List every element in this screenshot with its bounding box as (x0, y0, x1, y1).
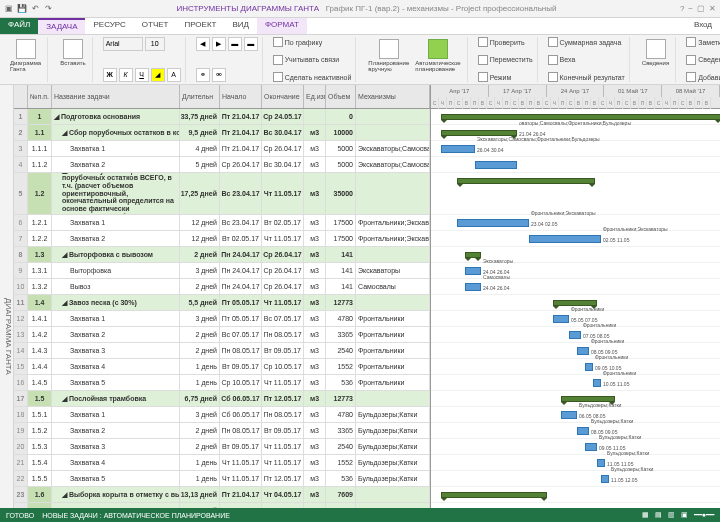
gantt-row[interactable]: Самосвалы24.04 26.04 (431, 279, 720, 295)
gantt-bar[interactable] (597, 459, 605, 467)
col-vol[interactable]: Объем (326, 85, 356, 108)
min-icon[interactable]: − (688, 4, 693, 13)
on-track-button[interactable]: По графику (273, 37, 352, 47)
gantt-view-button[interactable]: Диаграмма Ганта (8, 37, 43, 74)
respect-links-button[interactable]: Учитывать связи (273, 55, 352, 65)
table-row[interactable]: 91.3.1Выторфовка3 днейПн 24.04.17Ср 26.0… (14, 263, 430, 279)
table-row[interactable]: 101.3.2Вывоз2 днейПн 24.04.17Ср 26.04.17… (14, 279, 430, 295)
gantt-row[interactable]: Фронтальники08.05 09.05 (431, 343, 720, 359)
tab-report[interactable]: ОТЧЕТ (134, 18, 177, 34)
gantt-row[interactable] (431, 247, 720, 263)
table-row[interactable]: 161.4.5Захватка 51 деньСр 10.05.17Чт 11.… (14, 375, 430, 391)
view-side-tab[interactable]: ДИАГРАММА ГАНТА (0, 85, 14, 508)
gantt-bar[interactable] (577, 427, 589, 435)
table-row[interactable]: 61.2.1Захватка 112 днейВс 23.04.17Вт 02.… (14, 215, 430, 231)
gantt-bar[interactable] (601, 475, 609, 483)
inactivate-button[interactable]: Сделать неактивной (273, 72, 352, 82)
gantt-bar[interactable] (593, 379, 601, 387)
col-name[interactable]: Название задачи (52, 85, 180, 108)
gantt-bar[interactable] (585, 363, 593, 371)
table-row[interactable]: 41.1.2Захватка 25 днейСр 26.04.17Вс 30.0… (14, 157, 430, 173)
inspect-button[interactable]: Проверить (478, 37, 533, 47)
grid-body[interactable]: 11◢ Подготовка основания33,75 днейПт 21.… (14, 109, 430, 508)
unlink-button[interactable]: ⚮ (212, 68, 226, 82)
help-icon[interactable]: ? (680, 4, 684, 13)
undo-icon[interactable]: ↶ (30, 4, 40, 14)
font-name[interactable]: Arial (103, 37, 143, 51)
table-row[interactable]: 181.5.1Захватка 13 днейСб 06.05.17Пн 08.… (14, 407, 430, 423)
gantt-bar[interactable] (585, 443, 597, 451)
tab-project[interactable]: ПРОЕКТ (176, 18, 224, 34)
col-wbs[interactable]: №п.п. (28, 85, 52, 108)
table-row[interactable]: 141.4.3Захватка 32 днейПн 08.05.17Вт 09.… (14, 343, 430, 359)
table-row[interactable]: 31.1.1Захватка 14 днейПт 21.04.17Ср 26.0… (14, 141, 430, 157)
gantt-row[interactable]: Бульдозеры;Катки11.05 11.05 (431, 455, 720, 471)
gantt-row[interactable]: Фронтальники09.05 10.05 (431, 359, 720, 375)
table-row[interactable]: 231.6◢ Выборка корыта в отметку с вывозо… (14, 487, 430, 503)
view-shortcut-icon[interactable]: ▤ (655, 511, 662, 519)
table-row[interactable]: 191.5.2Захватка 22 днейПн 08.05.17Вт 09.… (14, 423, 430, 439)
view-shortcut-icon[interactable]: ▦ (642, 511, 649, 519)
link-button[interactable]: ⚭ (196, 68, 210, 82)
summary-task-button[interactable]: Суммарная задача (548, 37, 625, 47)
manual-schedule-button[interactable]: Планирование вручную (366, 37, 411, 74)
gantt-bar[interactable] (441, 492, 547, 498)
table-row[interactable]: 81.3◢ Выторфовка с вывозом2 днейПн 24.04… (14, 247, 430, 263)
table-row[interactable]: 11◢ Подготовка основания33,75 днейПт 21.… (14, 109, 430, 125)
tab-view[interactable]: ВИД (224, 18, 257, 34)
tab-format[interactable]: ФОРМАТ (257, 18, 307, 34)
gantt-bar[interactable] (441, 145, 475, 153)
save-icon[interactable]: 💾 (17, 4, 27, 14)
gantt-row[interactable]: Бульдозеры;Катки09.05 11.05 (431, 439, 720, 455)
indent-button[interactable]: ▶ (212, 37, 226, 51)
gantt-bar[interactable] (553, 315, 569, 323)
table-row[interactable]: 71.2.2Захватка 212 днейВт 02.05.17Чт 11.… (14, 231, 430, 247)
gantt-row[interactable] (431, 173, 720, 215)
table-row[interactable]: 111.4◢ Завоз песка (с 30%)5,5 днейПт 05.… (14, 295, 430, 311)
pct25-button[interactable]: ▬ (228, 37, 242, 51)
table-row[interactable]: 121.4.1Захватка 13 днейПт 05.05.17Вс 07.… (14, 311, 430, 327)
outdent-button[interactable]: ◀ (196, 37, 210, 51)
view-shortcut-icon[interactable]: ▣ (681, 511, 688, 519)
col-dur[interactable]: Длительн (180, 85, 220, 108)
gantt-row[interactable] (431, 391, 720, 407)
gantt-bar[interactable] (529, 235, 601, 243)
gantt-row[interactable] (431, 157, 720, 173)
table-row[interactable]: 201.5.3Захватка 32 днейВт 09.05.17Чт 11.… (14, 439, 430, 455)
gantt-bar[interactable] (465, 267, 481, 275)
col-unit[interactable]: Ед.изм (304, 85, 326, 108)
table-row[interactable]: 131.4.2Захватка 22 днейВс 07.05.17Пн 08.… (14, 327, 430, 343)
table-row[interactable]: 221.5.5Захватка 51 деньЧт 11.05.17Пт 12.… (14, 471, 430, 487)
table-row[interactable]: 241.6.1◢ 12,5 днейПт 21.04.17Ср 03.05.17… (14, 503, 430, 508)
tab-file[interactable]: ФАЙЛ (0, 18, 38, 34)
auto-schedule-button[interactable]: Автоматическое планирование (413, 37, 462, 74)
gantt-row[interactable]: Фронтальники05.05 07.05 (431, 311, 720, 327)
italic-button[interactable]: К (119, 68, 133, 82)
mode-button[interactable]: Режим (478, 72, 533, 82)
gantt-row[interactable]: Бульдозеры;Катки11.05 12.05 (431, 471, 720, 487)
gantt-bar[interactable] (457, 178, 595, 184)
fill-color-button[interactable]: ◢ (151, 68, 165, 82)
gantt-bar[interactable] (569, 331, 581, 339)
deliverable-button[interactable]: Конечный результат (548, 72, 625, 82)
tab-task[interactable]: ЗАДАЧА (38, 18, 85, 34)
gantt-bar[interactable] (457, 219, 529, 227)
underline-button[interactable]: Ч (135, 68, 149, 82)
col-mech[interactable]: Механизмы (356, 85, 430, 108)
tab-resource[interactable]: РЕСУРС (85, 18, 133, 34)
table-row[interactable]: 51.2◢ Вывоз и утилизация порубочных оста… (14, 173, 430, 215)
view-shortcut-icon[interactable]: ▥ (668, 511, 675, 519)
col-finish[interactable]: Окончание (262, 85, 304, 108)
gantt-chart[interactable]: Апр '1717 Апр '1724 Апр '1701 Май '1708 … (430, 85, 720, 508)
bold-button[interactable]: Ж (103, 68, 117, 82)
notes-button[interactable]: Заметки задачи (686, 37, 720, 47)
gantt-row[interactable]: Экскаваторы;Самосвалы;Фронтальники;Бульд… (431, 141, 720, 157)
gantt-row[interactable] (431, 503, 720, 508)
milestone-button[interactable]: Веха (548, 55, 625, 65)
paste-button[interactable]: Вставить (58, 37, 87, 68)
details-button[interactable]: Сведения (686, 55, 720, 65)
zoom-slider[interactable]: ━━●━━ (694, 511, 714, 519)
gantt-body[interactable]: оваторы;Самосвалы;Фронтальники;Бульдозер… (431, 109, 720, 508)
gantt-row[interactable] (431, 487, 720, 503)
gantt-row[interactable]: Бульдозеры;Катки06.05 08.05 (431, 407, 720, 423)
